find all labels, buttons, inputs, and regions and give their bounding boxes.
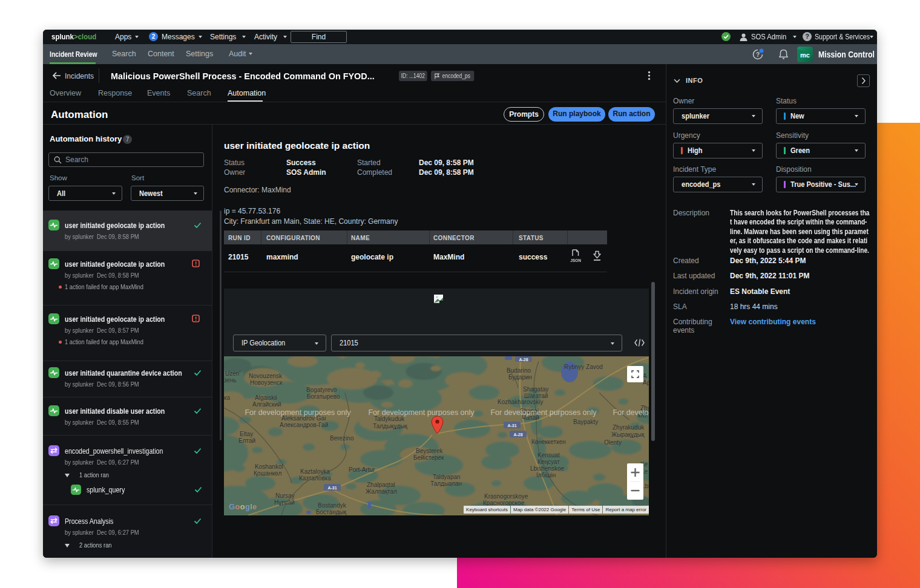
svg-text:A-28: A-28	[519, 358, 528, 362]
svg-text:Zhyrakuduk: Zhyrakuduk	[613, 424, 645, 431]
svg-text:Budarino: Budarino	[507, 367, 531, 374]
svg-text:mc: mc	[800, 51, 810, 59]
svg-text:Алгайский: Алгайский	[252, 401, 281, 408]
svg-text:Beysterek: Beysterek	[416, 448, 443, 454]
svg-text:For development purposes only: For development purposes only	[613, 408, 649, 417]
svg-text:Krasnogorskoye: Krasnogorskoye	[484, 493, 528, 500]
svg-text:A-31: A-31	[327, 486, 337, 490]
svg-text:Ap: Ap	[643, 379, 649, 386]
svg-text:Berezino: Berezino	[330, 435, 354, 442]
svg-text:Александров-Гай: Александров-Гай	[280, 422, 328, 428]
svg-text:Zhalpaqtal: Zhalpaqtal	[367, 482, 395, 488]
svg-text:зень: зень	[224, 377, 237, 384]
svg-text:Lbishenskoe: Lbishenskoe	[530, 465, 565, 472]
svg-text:Талдықұдық: Талдықұдық	[373, 423, 407, 430]
svg-text:Shagatay: Shagatay	[523, 386, 548, 393]
svg-text:Kaztalovka: Kaztalovka	[300, 468, 330, 475]
svg-text:A: A	[643, 373, 647, 379]
svg-text:Koshankol: Koshankol	[255, 463, 283, 470]
svg-text:Бостандық: Бостандық	[316, 509, 347, 515]
svg-text:Нұрсай: Нұрсай	[274, 499, 295, 506]
svg-text:Kozhakharovskiy: Kozhakharovskiy	[498, 399, 544, 405]
svg-text:Жалпақтал: Жалпақтал	[366, 488, 397, 495]
svg-text:Көнеккеткен: Көнеккеткен	[531, 439, 566, 445]
svg-text:Кеңсуат: Кеңсуат	[537, 459, 560, 465]
svg-text:Baypakty: Baypakty	[573, 419, 598, 425]
svg-text:Port-Artur: Port-Artur	[349, 466, 375, 473]
svg-text:Bogatyrevo: Bogatyrevo	[306, 387, 337, 393]
svg-text:Eltay: Eltay	[240, 431, 253, 437]
svg-text:Nursay: Nursay	[275, 492, 295, 499]
svg-text:Bostandyk: Bostandyk	[318, 502, 347, 509]
svg-text:Rybnyy Zavod: Rybnyy Zavod	[564, 364, 603, 370]
svg-text:ка: ка	[224, 394, 231, 401]
svg-text:For development purposes only: For development purposes only	[490, 408, 597, 417]
svg-text:Жырақұдық: Жырақұдық	[611, 431, 645, 438]
svg-text:Елтай: Елтай	[238, 437, 255, 444]
svg-text:For development purposes only: For development purposes only	[368, 408, 475, 417]
svg-text:Казталовка: Казталовка	[299, 475, 331, 482]
svg-text:Новоузенск: Новоузенск	[250, 379, 283, 386]
svg-text:A-31: A-31	[507, 423, 516, 428]
svg-text:Taldyapan: Taldyapan	[433, 474, 461, 480]
svg-text:Algaiskii: Algaiskii	[255, 394, 277, 401]
svg-text:Бейістерек: Бейістерек	[413, 454, 444, 461]
svg-text:Uzen': Uzen'	[225, 370, 240, 377]
svg-text:Шағатай: Шағатай	[524, 393, 548, 399]
svg-text:Талдыапан: Талдыапан	[430, 480, 462, 487]
svg-text:JSON: JSON	[570, 258, 581, 263]
svg-text:?: ?	[756, 51, 760, 58]
svg-text:Novouzensk: Novouzensk	[249, 373, 283, 379]
svg-text:A-28: A-28	[513, 433, 522, 437]
svg-text:Қошанкөл: Қошанкөл	[254, 470, 281, 477]
svg-text:Бударин: Бударин	[508, 374, 532, 381]
svg-text:Olenty: Olenty	[604, 439, 622, 446]
svg-text:Богатырево: Богатырево	[307, 393, 340, 400]
svg-text:Ілбішін: Ілбішін	[536, 472, 556, 479]
svg-text:For development purposes only: For development purposes only	[245, 408, 351, 417]
svg-text:Kensuat: Kensuat	[537, 452, 560, 459]
